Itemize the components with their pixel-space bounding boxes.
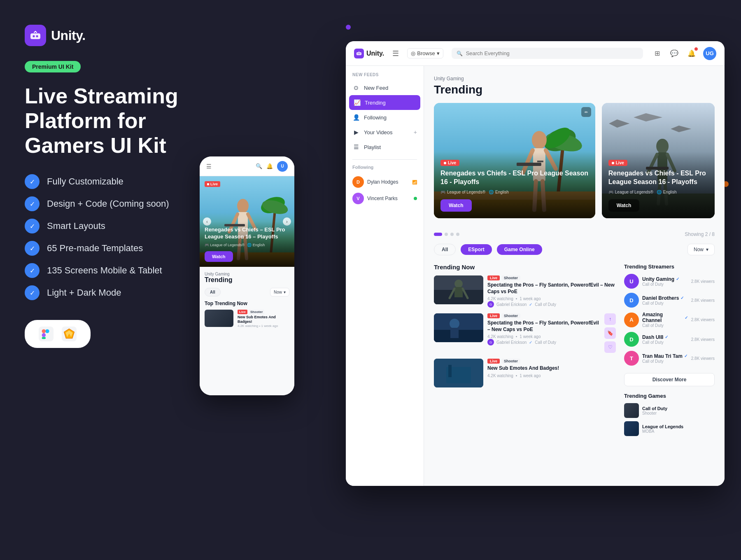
game-name: 🎮 League of Legends® — [440, 190, 485, 194]
verified-badge: ✓ — [676, 277, 679, 281]
trending-meta-2: 4.2K watching • 1 week ago — [487, 334, 600, 339]
streamer-mini-avatar-2: G — [487, 339, 494, 345]
dot[interactable] — [445, 233, 448, 236]
game-list-item[interactable]: Call of Duty Shooter — [624, 403, 715, 418]
feature-item: ✓ 65 Pre-made Templates — [25, 241, 222, 256]
follower-item[interactable]: V Vincent Parks — [352, 190, 417, 207]
mobile-chevron: ▾ — [284, 290, 286, 294]
flag-icon: 🌐 — [489, 190, 494, 194]
discover-more-button[interactable]: Discover More — [624, 373, 715, 386]
trending-meta-3: 4.2K watching • 1 week ago — [487, 373, 616, 378]
sidebar-item-trending[interactable]: 📈 Trending — [349, 95, 420, 110]
trending-left: Trending Now — [434, 264, 616, 439]
mobile-hamburger[interactable]: ☰ — [206, 163, 212, 170]
game-list-item[interactable]: League of Legends MOBA — [624, 421, 715, 436]
browse-button[interactable]: ◎ Browse ▾ — [407, 48, 443, 58]
trending-thumb-1 — [434, 275, 483, 304]
mobile-time-select[interactable]: Now ▾ — [270, 288, 289, 296]
watch-button-1[interactable]: Watch — [440, 199, 472, 212]
streamer-meta: G Gabriel Erickson ✓ Call of Duty — [487, 301, 616, 308]
genre-badge-3: Shooter — [501, 359, 520, 364]
mobile-avatar[interactable]: U — [277, 161, 288, 172]
mobile-bell-icon[interactable]: 🔔 — [266, 163, 273, 169]
hamburger-menu[interactable]: ☰ — [392, 49, 399, 58]
svg-point-15 — [359, 53, 360, 54]
mobile-search-icon[interactable]: 🔍 — [256, 163, 262, 169]
app-logo-icon — [354, 49, 364, 58]
dot-active[interactable] — [434, 233, 442, 236]
dot[interactable] — [456, 233, 459, 236]
svg-rect-46 — [454, 287, 463, 297]
add-video-icon[interactable]: + — [414, 129, 417, 135]
message-icon[interactable]: 💬 — [669, 48, 680, 59]
feature-text: 135 Screens Mobile & Tablet — [47, 265, 162, 276]
time-ago-2: 1 week ago — [520, 334, 541, 339]
game-card-1[interactable]: ✏ Live Renegades vs Chiefs - ESL Pro Lea… — [434, 103, 595, 218]
mobile-card-title: Renegades vs Chiefs – ESL Pro League Sea… — [205, 226, 289, 240]
mobile-item-title: New Sub Emotes And Badges! — [238, 315, 289, 324]
streamers-title: Trending Streamers — [624, 264, 715, 270]
notification-icon[interactable]: 🔔 — [686, 48, 697, 59]
edit-icon[interactable]: ✏ — [581, 107, 591, 117]
trending-badges-3: Live Shooter — [487, 359, 616, 364]
mobile-filter-all[interactable]: All — [205, 288, 221, 296]
game-info: Call of Duty Shooter — [642, 406, 667, 415]
like-button[interactable]: ♡ — [604, 341, 616, 353]
streamer-item-5[interactable]: T Tran Mau Tri Tam ✓ Call of Duty 2.8K v… — [624, 351, 715, 366]
mobile-trending-item[interactable]: Live Shooter New Sub Emotes And Badges! … — [205, 310, 289, 328]
filter-esport[interactable]: ESport — [461, 244, 492, 255]
svg-rect-0 — [30, 33, 40, 39]
bookmark-button[interactable]: 🔖 — [604, 327, 616, 339]
filter-game-online[interactable]: Game Online — [497, 244, 542, 255]
trending-item-2[interactable]: Live Shooter Spectating the Pros – Fly S… — [434, 313, 616, 353]
sidebar-item-playlist[interactable]: ☰ Playlist — [346, 140, 424, 154]
svg-point-2 — [36, 35, 38, 37]
viewer-count: 2.8K viewers — [691, 356, 715, 361]
game-name-2: Call of Duty — [535, 340, 556, 345]
game-category: Shooter — [642, 411, 667, 415]
share-button[interactable]: ↑ — [604, 313, 616, 325]
sidebar-item-your-videos[interactable]: ▶ Your Videos + — [346, 125, 424, 140]
sidebar-playlist-label: Playlist — [364, 144, 381, 150]
genre-badge: Shooter — [501, 275, 520, 280]
online-indicator — [414, 197, 417, 200]
streamer-item-1[interactable]: U Unity Gaming ✓ Call of Duty 2.8K viewe… — [624, 274, 715, 289]
page-info: Showing 2 / 8 — [685, 231, 715, 237]
search-input[interactable] — [466, 50, 638, 56]
sidebar-item-following[interactable]: 👤 Following — [346, 110, 424, 125]
card-overlay: Live Renegades vs Chiefs - ESL Pro Leagu… — [434, 152, 595, 218]
viewer-count: 2.8K viewers — [691, 317, 715, 322]
watching-count-2: 4.2K watching — [487, 334, 513, 339]
svg-point-61 — [237, 199, 249, 213]
mobile-trending-label: Top Trending Now — [205, 301, 289, 306]
mobile-watch-button[interactable]: Watch — [205, 251, 233, 262]
dot[interactable] — [450, 233, 454, 236]
time-filter[interactable]: Now ▾ — [687, 244, 715, 255]
svg-point-23 — [532, 131, 547, 149]
streamer-item-3[interactable]: A Amazing Channel ✓ Call of Duty 2.8K vi… — [624, 312, 715, 328]
streamer-name: Amazing Channel ✓ — [642, 312, 688, 323]
following-icon: 👤 — [352, 114, 360, 121]
game-info: League of Legends MOBA — [642, 424, 683, 434]
trending-item-3[interactable]: Live Shooter New Sub Emotes And Badges! … — [434, 359, 616, 387]
streamer-item-4[interactable]: D Dash UI8 ✓ Call of Duty 2.8K viewers — [624, 332, 715, 347]
section-title: Trending — [434, 83, 715, 96]
streamer-info: Amazing Channel ✓ Call of Duty — [642, 312, 688, 328]
trending-title-3: New Sub Emotes And Badges! — [487, 365, 616, 372]
watch-button-2[interactable]: Watch — [608, 199, 640, 212]
game-card-2[interactable]: Live Renegades vs Chiefs - ESL Pro Leagu… — [602, 103, 715, 218]
follower-name: Dylan Hodges — [367, 179, 409, 185]
filter-all[interactable]: All — [434, 244, 456, 255]
add-icon[interactable]: ⊞ — [651, 48, 663, 59]
trending-item-1[interactable]: Live Shooter Spectating the Pros – Fly S… — [434, 275, 616, 308]
feature-item: ✓ 135 Screens Mobile & Tablet — [25, 263, 222, 278]
search-bar[interactable]: 🔍 — [452, 48, 643, 59]
follower-item[interactable]: D Dylan Hodges 📶 — [352, 174, 417, 190]
mobile-game-icon: 🎮 — [205, 243, 209, 247]
card-overlay-2: Live Renegades vs Chiefs - ESL Pro Leagu… — [602, 152, 715, 218]
streamer-item-2[interactable]: D Daniel Brothers ✓ Call of Duty 2.8K vi… — [624, 293, 715, 308]
streamer-name: Dash UI8 ✓ — [642, 334, 688, 340]
trending-now-title: Trending Now — [434, 264, 616, 271]
sidebar-item-new-feed[interactable]: ⊙ New Feed — [346, 80, 424, 95]
user-avatar[interactable]: UG — [703, 47, 716, 60]
